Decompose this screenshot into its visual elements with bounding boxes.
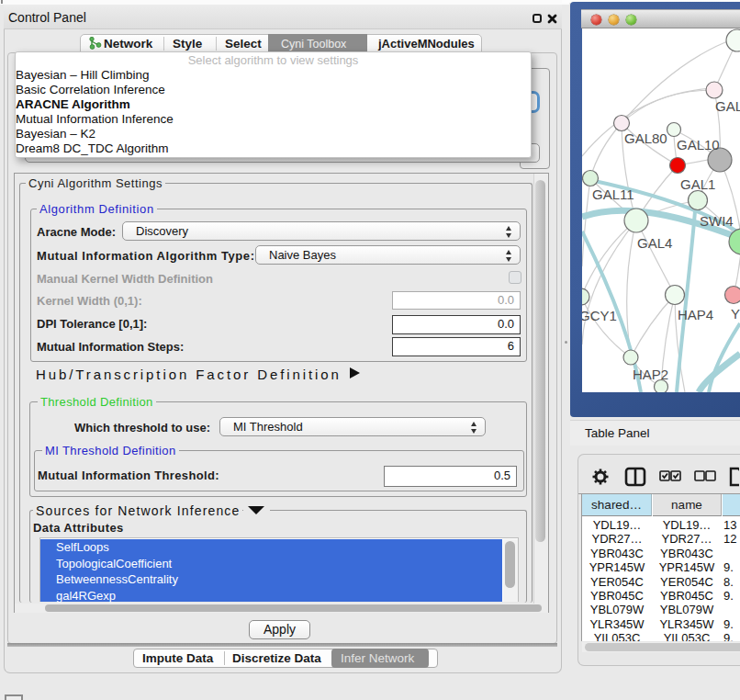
svg-text:GAL10: GAL10 xyxy=(677,137,720,152)
svg-text:GAL11: GAL11 xyxy=(592,186,634,202)
svg-text:HAP2: HAP2 xyxy=(633,367,668,382)
svg-text:SWI4: SWI4 xyxy=(700,213,734,229)
svg-text:GCY1: GCY1 xyxy=(582,308,617,323)
svg-text:HAP4: HAP4 xyxy=(678,307,713,322)
svg-text:Y: Y xyxy=(731,306,740,322)
svg-text:GAL: GAL xyxy=(715,98,740,114)
svg-text:GAL80: GAL80 xyxy=(624,130,667,146)
svg-text:GAL1: GAL1 xyxy=(680,176,715,192)
svg-text:GAL4: GAL4 xyxy=(637,235,672,251)
